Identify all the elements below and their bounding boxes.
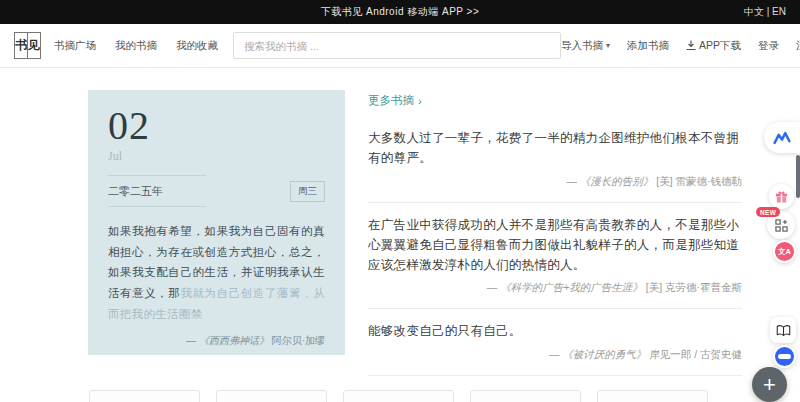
logo-char-2: 见 xyxy=(28,33,40,58)
date-year-row: 二零二五年 周三 xyxy=(108,176,325,207)
search-input[interactable] xyxy=(233,32,561,59)
add-quote-button[interactable]: 添加书摘 xyxy=(627,39,669,53)
more-quotes-label: 更多书摘 xyxy=(368,93,414,108)
quote-item[interactable]: 在广告业中获得成功的人并不是那些有高贵教养的人，不是那些小心翼翼避免自己显得粗鲁… xyxy=(368,203,742,310)
book-author: 阿尔贝·加缪 xyxy=(272,335,325,346)
book-title: 《科学的广告+我的广告生涯》 xyxy=(500,281,643,293)
download-icon xyxy=(686,40,696,51)
nav-actions: 导入书摘 ▾ 添加书摘 APP下载 登录 注册 xyxy=(561,39,800,53)
book-author: [美] 雷蒙德·钱德勒 xyxy=(656,175,742,187)
add-floating-button[interactable]: + xyxy=(752,367,787,402)
nav-links: 书摘广场 我的书摘 我的收藏 xyxy=(54,39,218,53)
quote-attribution: — 《漫长的告别》 [美] 雷蒙德·钱德勒 xyxy=(368,175,742,189)
date-year: 二零二五年 xyxy=(108,176,206,207)
weekday-badge: 周三 xyxy=(290,181,325,202)
plus-icon: + xyxy=(763,374,776,396)
book-author: 岸见一郎 / 古贺史健 xyxy=(649,348,742,360)
preview-card[interactable] xyxy=(343,390,454,402)
preview-card[interactable] xyxy=(470,390,581,402)
preview-card[interactable] xyxy=(597,390,708,402)
new-badge: NEW xyxy=(756,207,780,217)
chevron-down-icon: ▾ xyxy=(606,41,610,50)
quotes-panel: 更多书摘 › 大多数人过了一辈子，花费了一半的精力企图维护他们根本不曾拥有的尊严… xyxy=(368,90,742,376)
attribution-dash: — xyxy=(487,281,498,293)
nav-item-quote-square[interactable]: 书摘广场 xyxy=(54,39,96,53)
app-download-banner[interactable]: 下载书见 Android 移动端 APP >> xyxy=(321,5,480,19)
book-author: [美] 克劳德·霍普金斯 xyxy=(646,281,742,293)
book-title: 《漫长的告别》 xyxy=(580,175,654,187)
attribution-dash: — xyxy=(186,335,196,346)
book-title: 《被讨厌的勇气》 xyxy=(562,348,646,360)
open-book-icon xyxy=(776,324,791,337)
app-download-label: APP下载 xyxy=(699,39,741,53)
quote-text: 能够改变自己的只有自己。 xyxy=(368,321,742,341)
blue-extension-icon xyxy=(778,354,791,359)
next-row-cards xyxy=(89,390,708,402)
site-logo[interactable]: 书 见 xyxy=(14,32,41,59)
grid-plus-icon xyxy=(775,219,788,232)
date-month: Jul xyxy=(108,149,325,164)
attribution-dash: — xyxy=(549,348,560,360)
date-day: 02 xyxy=(108,106,325,146)
blue-extension-button[interactable] xyxy=(773,345,796,368)
reader-button[interactable] xyxy=(770,317,796,343)
language-switcher[interactable]: 中文 | EN xyxy=(744,0,786,24)
topbar: 下载书见 Android 移动端 APP >> 中文 | EN xyxy=(0,0,800,24)
preview-card[interactable] xyxy=(216,390,327,402)
quote-text: 在广告业中获得成功的人并不是那些有高贵教养的人，不是那些小心翼翼避免自己显得粗鲁… xyxy=(368,215,742,276)
daily-quote-attribution: — 《西西弗神话》 阿尔贝·加缪 xyxy=(108,334,325,348)
gift-button[interactable] xyxy=(769,184,794,209)
logo-char-1: 书 xyxy=(15,33,27,58)
quote-attribution: — 《科学的广告+我的广告生涯》 [美] 克劳德·霍普金斯 xyxy=(368,281,742,295)
monica-assistant-button[interactable] xyxy=(764,122,800,153)
navbar: 书 见 书摘广场 我的书摘 我的收藏 导入书摘 ▾ 添加书摘 APP下载 登录 xyxy=(0,24,800,68)
nav-item-my-favorites[interactable]: 我的收藏 xyxy=(176,39,218,53)
scrollbar-thumb[interactable] xyxy=(796,155,800,198)
gift-icon xyxy=(775,190,788,203)
import-quotes-menu[interactable]: 导入书摘 ▾ xyxy=(561,39,610,53)
extension-grid-button[interactable]: NEW xyxy=(767,211,795,239)
quote-item[interactable]: 能够改变自己的只有自己。 — 《被讨厌的勇气》 岸见一郎 / 古贺史健 xyxy=(368,309,742,375)
chevron-right-icon: › xyxy=(418,95,422,107)
more-quotes-link[interactable]: 更多书摘 › xyxy=(368,93,422,108)
daily-quote-text: 如果我抱有希望，如果我为自己固有的真相担心，为存在或创造方式担心，总之，如果我支… xyxy=(108,221,325,324)
page: 下载书见 Android 移动端 APP >> 中文 | EN 书 见 书摘广场… xyxy=(0,0,800,402)
translate-button[interactable]: 文A xyxy=(773,240,796,263)
search-bar xyxy=(233,32,561,59)
quote-item[interactable]: 大多数人过了一辈子，花费了一半的精力企图维护他们根本不曾拥有的尊严。 — 《漫长… xyxy=(368,114,742,203)
preview-card[interactable] xyxy=(89,390,200,402)
daily-quote-card[interactable]: 02 Jul 二零二五年 周三 如果我抱有希望，如果我为自己固有的真相担心，为存… xyxy=(88,90,345,355)
import-quotes-label: 导入书摘 xyxy=(561,39,603,53)
login-button[interactable]: 登录 xyxy=(758,39,779,53)
translate-icon: 文A xyxy=(778,247,791,257)
register-button[interactable]: 注册 xyxy=(796,39,800,53)
attribution-dash: — xyxy=(566,175,577,187)
book-title: 《西西弗神话》 xyxy=(199,335,269,346)
nav-item-my-quotes[interactable]: 我的书摘 xyxy=(115,39,157,53)
monica-logo-icon xyxy=(773,131,791,145)
quote-text: 大多数人过了一辈子，花费了一半的精力企图维护他们根本不曾拥有的尊严。 xyxy=(368,128,742,169)
app-download-button[interactable]: APP下载 xyxy=(686,39,741,53)
quote-attribution: — 《被讨厌的勇气》 岸见一郎 / 古贺史健 xyxy=(368,348,742,362)
